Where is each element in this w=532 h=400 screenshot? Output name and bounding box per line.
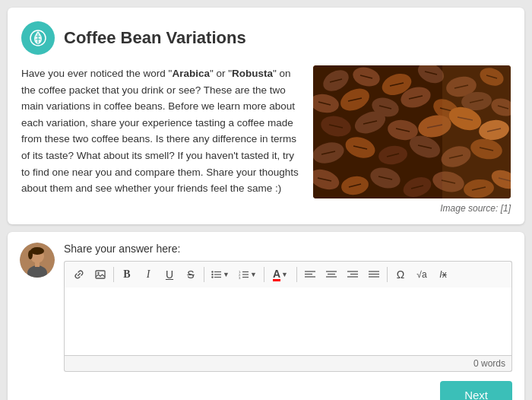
align-right-button[interactable] bbox=[343, 265, 363, 284]
answer-area: Share your answer here: bbox=[20, 243, 512, 372]
underline-button[interactable]: U bbox=[160, 265, 179, 284]
editor-body[interactable] bbox=[64, 287, 512, 356]
font-color-button[interactable]: A ▼ bbox=[268, 265, 293, 284]
divider-1 bbox=[113, 267, 114, 282]
word-count: 0 words bbox=[64, 356, 512, 372]
svg-point-76 bbox=[211, 274, 213, 275]
article-title: Coffee Bean Variations bbox=[64, 28, 246, 48]
answer-card: Share your answer here: bbox=[8, 232, 524, 400]
svg-point-70 bbox=[28, 250, 33, 259]
article-card: Coffee Bean Variations Have you ever not… bbox=[8, 8, 524, 224]
svg-point-77 bbox=[211, 276, 213, 278]
image-area: Image source: [1] bbox=[313, 65, 511, 214]
share-label: Share your answer here: bbox=[64, 243, 512, 255]
bullet-list-button[interactable]: ▼ bbox=[207, 265, 233, 284]
article-text: Have you ever noticed the word "Arabica"… bbox=[21, 65, 301, 214]
clear-format-button[interactable]: Ix bbox=[433, 265, 453, 284]
svg-rect-73 bbox=[96, 271, 105, 278]
image-source-label: Image source: [1] bbox=[440, 203, 511, 214]
article-header: Coffee Bean Variations bbox=[21, 21, 511, 55]
bold-button[interactable]: B bbox=[117, 265, 137, 284]
coffee-icon bbox=[28, 28, 48, 48]
bold-arabica: Arabica bbox=[172, 68, 210, 79]
bold-robusta: Robusta bbox=[232, 68, 273, 79]
align-center-button[interactable] bbox=[321, 265, 341, 284]
link-button[interactable] bbox=[69, 265, 89, 284]
align-justify-button[interactable] bbox=[364, 265, 384, 284]
sqrt-button[interactable]: √a bbox=[412, 265, 432, 284]
bottom-actions: Next bbox=[20, 381, 512, 400]
divider-2 bbox=[204, 267, 204, 282]
numbered-list-button[interactable]: 1. 2. 3. ▼ bbox=[235, 265, 261, 284]
svg-point-74 bbox=[97, 272, 99, 274]
strikethrough-button[interactable]: S bbox=[181, 265, 201, 284]
next-button[interactable]: Next bbox=[440, 381, 512, 400]
svg-text:3.: 3. bbox=[239, 276, 241, 279]
image-button[interactable] bbox=[90, 265, 110, 284]
editor-container: Share your answer here: bbox=[64, 243, 512, 372]
italic-button[interactable]: I bbox=[138, 265, 158, 284]
editor-toolbar: B I U S ▼ bbox=[64, 261, 512, 287]
omega-button[interactable]: Ω bbox=[391, 265, 410, 284]
article-content: Have you ever noticed the word "Arabica"… bbox=[21, 65, 511, 214]
align-left-button[interactable] bbox=[300, 265, 320, 284]
avatar-svg bbox=[20, 243, 55, 278]
coffee-beans-svg bbox=[313, 65, 511, 198]
avatar bbox=[20, 243, 55, 278]
svg-point-75 bbox=[211, 271, 213, 272]
svg-rect-66 bbox=[442, 65, 511, 198]
svg-rect-72 bbox=[35, 262, 40, 267]
logo-circle bbox=[21, 21, 55, 55]
coffee-beans-image bbox=[313, 65, 511, 198]
divider-5 bbox=[387, 267, 388, 282]
divider-4 bbox=[296, 267, 297, 282]
divider-3 bbox=[264, 267, 264, 282]
